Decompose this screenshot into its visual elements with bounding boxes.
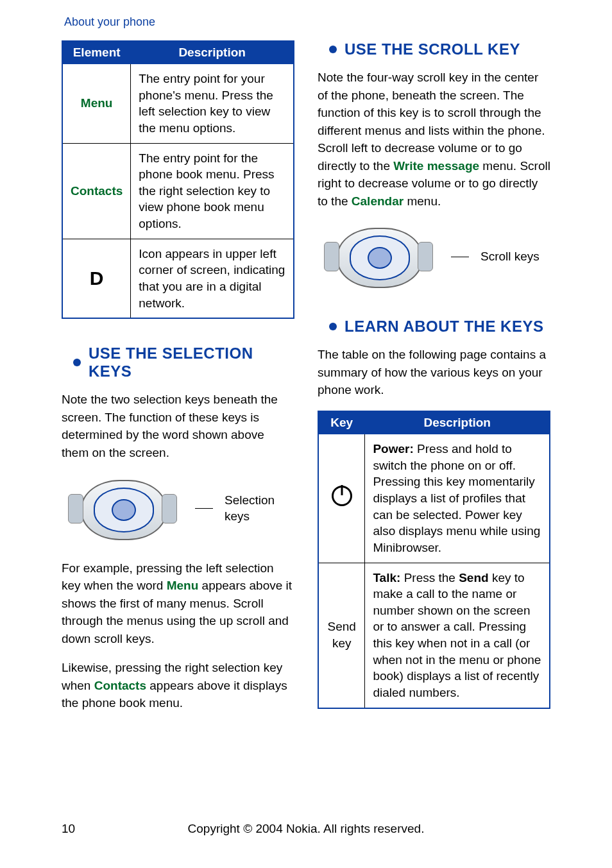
table2-header-description: Description — [365, 411, 550, 434]
bullet-icon — [329, 46, 337, 53]
table1-header-element: Element — [62, 41, 131, 64]
element-table: Element Description Menu The entry point… — [62, 40, 294, 319]
table-row: Contacts The entry point for the phone b… — [62, 143, 294, 239]
section-scroll-key-heading: USE THE SCROLL KEY — [318, 40, 550, 58]
table1-row1-desc: The entry point for the phone book menu.… — [131, 143, 294, 239]
table1-row2-desc: Icon appears in upper left corner of scr… — [131, 239, 294, 318]
calendar-label: Calendar — [352, 194, 404, 208]
section-learn-keys-heading: LEARN ABOUT THE KEYS — [318, 318, 550, 336]
heading-selection-keys: USE THE SELECTION KEYS — [89, 345, 294, 380]
table-row: Menu The entry point for your phone's me… — [62, 64, 294, 144]
text-fragment: key to make a call to the name or number… — [373, 571, 541, 699]
bullet-icon — [73, 359, 81, 366]
write-message-label: Write message — [393, 159, 479, 173]
text-fragment: Press and hold to switch the phone on or… — [373, 442, 540, 554]
power-icon — [332, 486, 352, 506]
table1-row0-desc: The entry point for your phone's menu. P… — [131, 64, 294, 144]
heading-scroll-key: USE THE SCROLL KEY — [344, 40, 520, 58]
text-fragment: Note the four-way scroll key in the cent… — [318, 71, 545, 173]
selection-keys-example-contacts: Likewise, pressing the right selection k… — [62, 659, 294, 712]
table1-row1-key: Contacts — [62, 143, 131, 239]
selection-keys-figure: Selection keys — [62, 473, 294, 544]
scroll-keys-illustration — [318, 221, 439, 292]
scroll-keys-figure: Scroll keys — [318, 221, 550, 292]
leader-line — [451, 257, 469, 257]
menu-label: Menu — [167, 579, 199, 592]
table2-row1-key: Send key — [318, 563, 365, 708]
table-row: Power: Press and hold to switch the phon… — [318, 434, 550, 563]
scroll-key-paragraph: Note the four-way scroll key in the cent… — [318, 69, 550, 210]
send-label: Send — [459, 571, 488, 584]
scroll-keys-caption: Scroll keys — [480, 249, 540, 265]
section-selection-keys-heading: USE THE SELECTION KEYS — [62, 345, 294, 380]
table1-header-description: Description — [131, 41, 294, 64]
table-row: Send key Talk: Press the Send key to mak… — [318, 563, 550, 708]
key-table: Key Description Power: Press and hold to… — [318, 411, 550, 709]
table1-row2-key: D — [62, 239, 131, 318]
page-header: About your phone — [64, 15, 550, 29]
selection-keys-caption: Selection keys — [225, 493, 294, 524]
right-column: USE THE SCROLL KEY Note the four-way scr… — [318, 40, 550, 724]
table2-row0-key — [318, 434, 365, 563]
table2-header-key: Key — [318, 411, 365, 434]
power-label: Power: — [373, 442, 413, 455]
selection-keys-illustration — [62, 473, 183, 544]
digital-network-icon: D — [90, 268, 104, 289]
bullet-icon — [329, 323, 337, 330]
table2-row1-desc: Talk: Press the Send key to make a call … — [365, 563, 550, 708]
selection-keys-example-menu: For example, pressing the left selection… — [62, 559, 294, 648]
leader-line — [195, 508, 213, 509]
table1-row0-key: Menu — [62, 64, 131, 144]
copyright-footer: Copyright © 2004 Nokia. All rights reser… — [0, 822, 612, 836]
table-row: D Icon appears in upper left corner of s… — [62, 239, 294, 318]
learn-keys-intro: The table on the following page contains… — [318, 346, 550, 399]
left-column: Element Description Menu The entry point… — [62, 40, 294, 724]
text-fragment: menu. — [404, 194, 441, 208]
contacts-label: Contacts — [94, 679, 146, 692]
table2-row0-desc: Power: Press and hold to switch the phon… — [365, 434, 550, 563]
text-fragment: Press the — [400, 571, 459, 584]
heading-learn-keys: LEARN ABOUT THE KEYS — [344, 318, 543, 336]
selection-keys-intro: Note the two selection keys beneath the … — [62, 391, 294, 461]
talk-label: Talk: — [373, 571, 400, 584]
